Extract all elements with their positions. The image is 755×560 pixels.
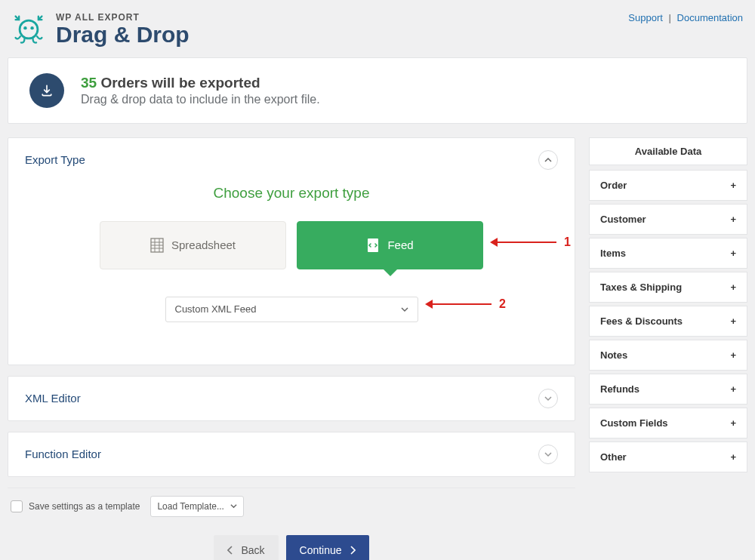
header-separator: | [669, 12, 671, 23]
save-template-checkbox[interactable] [11, 500, 23, 512]
sidebar-item-fees-discounts[interactable]: Fees & Discounts+ [589, 306, 747, 337]
nav-buttons: Back Continue [8, 535, 575, 561]
load-template-select[interactable]: Load Template... [150, 496, 244, 517]
annotation-label: 2 [499, 297, 506, 311]
sidebar-item-other[interactable]: Other+ [589, 442, 747, 472]
plus-icon: + [730, 214, 736, 225]
chevron-left-icon [227, 546, 233, 555]
plus-icon: + [730, 180, 736, 191]
download-icon [29, 73, 64, 108]
expand-toggle[interactable] [538, 389, 558, 408]
function-editor-panel: Function Editor [8, 432, 575, 477]
select-value: Custom XML Feed [175, 303, 257, 315]
spreadsheet-button[interactable]: Spreadsheet [100, 221, 286, 269]
back-button[interactable]: Back [214, 535, 278, 561]
xml-editor-panel: XML Editor [8, 376, 575, 421]
sidebar-item-label: Order [600, 180, 627, 191]
chevron-right-icon [350, 546, 356, 555]
chevron-down-icon [230, 503, 237, 509]
chevron-down-icon [401, 306, 408, 313]
save-row: Save settings as a template Load Templat… [8, 488, 575, 517]
sidebar-item-custom-fields[interactable]: Custom Fields+ [589, 408, 747, 438]
back-label: Back [241, 544, 264, 556]
sidebar-item-label: Customer [600, 214, 646, 225]
plus-icon: + [730, 451, 736, 463]
spreadsheet-label: Spreadsheet [171, 238, 236, 251]
spreadsheet-icon [150, 238, 164, 253]
sidebar-item-label: Taxes & Shipping [600, 282, 682, 293]
app-name: WP ALL EXPORT [56, 12, 190, 23]
chevron-down-icon [544, 395, 552, 402]
plus-icon: + [730, 383, 736, 395]
sidebar-item-label: Custom Fields [600, 417, 668, 429]
svg-point-0 [20, 20, 38, 38]
feed-type-select[interactable]: Custom XML Feed [165, 297, 418, 322]
function-editor-title: Function Editor [25, 448, 101, 460]
load-template-label: Load Template... [157, 501, 224, 512]
annotation-label: 1 [564, 235, 571, 249]
continue-label: Continue [300, 544, 342, 556]
collapse-toggle[interactable] [538, 150, 558, 170]
expand-toggle[interactable] [538, 445, 558, 464]
sidebar-item-label: Items [600, 248, 626, 259]
available-data-title: Available Data [589, 137, 747, 165]
export-type-title: Export Type [25, 153, 85, 166]
plus-icon: + [730, 349, 736, 361]
sidebar-item-taxes-shipping[interactable]: Taxes & Shipping+ [589, 272, 747, 303]
support-link[interactable]: Support [628, 12, 663, 23]
sidebar-item-label: Fees & Discounts [600, 315, 683, 327]
annotation-arrow-2: 2 [425, 297, 506, 311]
app-logo-icon [12, 13, 45, 46]
export-type-panel: Export Type Choose your export type [8, 137, 575, 365]
export-count-label: Orders will be exported [100, 75, 260, 91]
sidebar-item-refunds[interactable]: Refunds+ [589, 374, 747, 405]
chevron-up-icon [544, 156, 552, 164]
sidebar-item-label: Refunds [600, 383, 639, 395]
continue-button[interactable]: Continue [286, 535, 369, 561]
sidebar-item-notes[interactable]: Notes+ [589, 340, 747, 371]
available-data-list: Order+ Customer+ Items+ Taxes & Shipping… [589, 170, 747, 472]
documentation-link[interactable]: Documentation [677, 12, 743, 23]
choose-export-title: Choose your export type [25, 185, 558, 202]
sidebar-item-label: Other [600, 451, 627, 463]
sidebar-item-order[interactable]: Order+ [589, 170, 747, 201]
feed-icon [366, 238, 380, 253]
sidebar-item-customer[interactable]: Customer+ [589, 204, 747, 235]
plus-icon: + [730, 282, 736, 293]
svg-point-2 [30, 26, 33, 29]
summary-box: 35 Orders will be exported Drag & drop d… [8, 57, 747, 124]
page-title: Drag & Drop [56, 23, 190, 47]
summary-subtitle: Drag & drop data to include in the expor… [81, 93, 320, 106]
page-header: WP ALL EXPORT Drag & Drop Support | Docu… [8, 8, 747, 54]
sidebar-item-items[interactable]: Items+ [589, 238, 747, 269]
save-template-text: Save settings as a template [29, 501, 140, 512]
chevron-down-icon [544, 451, 552, 458]
sidebar-item-label: Notes [600, 349, 627, 361]
feed-label: Feed [387, 238, 413, 251]
svg-point-1 [23, 26, 26, 29]
plus-icon: + [730, 315, 736, 327]
export-count: 35 [81, 75, 97, 91]
feed-button[interactable]: Feed [297, 221, 483, 269]
plus-icon: + [730, 248, 736, 259]
xml-editor-title: XML Editor [25, 392, 81, 405]
save-template-checkbox-label[interactable]: Save settings as a template [11, 500, 140, 512]
plus-icon: + [730, 417, 736, 429]
annotation-arrow-1: 1 [490, 235, 571, 249]
